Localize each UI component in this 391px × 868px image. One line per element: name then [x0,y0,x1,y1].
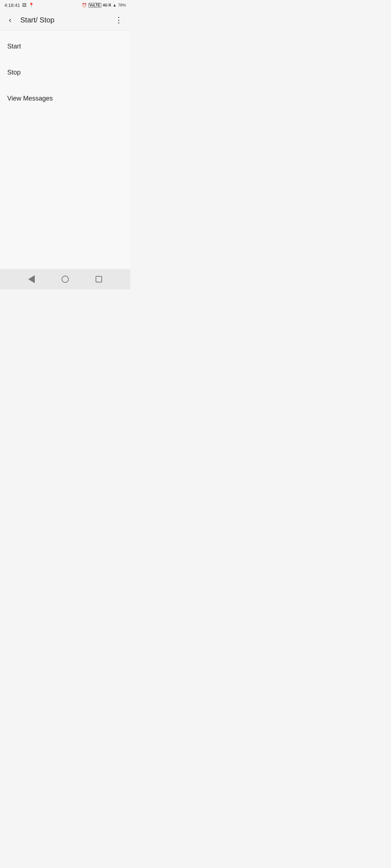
stop-label: Stop [7,69,21,76]
nav-home-icon [62,276,69,283]
status-bar-left: 4:18:41 🖼 📍 [4,3,34,8]
signal-icon: ▲ [113,3,117,7]
back-button[interactable]: ‹ [1,12,19,29]
bottom-navigation [0,269,130,289]
nav-recents-button[interactable] [92,272,106,286]
page-title: Start/ Stop [20,16,110,24]
menu-item-start[interactable]: Start [0,33,130,59]
volte-indicator: VoLTE [88,3,101,8]
photo-icon: 🖼 [22,3,26,8]
status-bar: 4:18:41 🖼 📍 ⏰ VoLTE 4G R ▲ 78% [0,0,130,10]
more-dots-icon: ⋮ [115,16,123,24]
status-bar-right: ⏰ VoLTE 4G R ▲ 78% [82,3,126,8]
location-icon: 📍 [29,3,34,8]
more-options-button[interactable]: ⋮ [110,12,127,29]
content-area: Start Stop View Messages [0,30,130,289]
menu-item-stop[interactable]: Stop [0,59,130,85]
menu-item-view-messages[interactable]: View Messages [0,85,130,111]
alarm-icon: ⏰ [82,3,87,8]
status-time: 4:18:41 [4,3,20,8]
view-messages-label: View Messages [7,95,53,102]
battery-level: 78% [118,3,126,7]
network-indicator: 4G R [103,3,111,7]
nav-recents-icon [96,276,102,282]
nav-back-button[interactable] [24,272,39,286]
nav-back-icon [28,275,35,283]
start-label: Start [7,43,21,50]
app-bar: ‹ Start/ Stop ⋮ [0,10,130,30]
back-arrow-icon: ‹ [9,16,11,25]
nav-home-button[interactable] [58,272,72,286]
